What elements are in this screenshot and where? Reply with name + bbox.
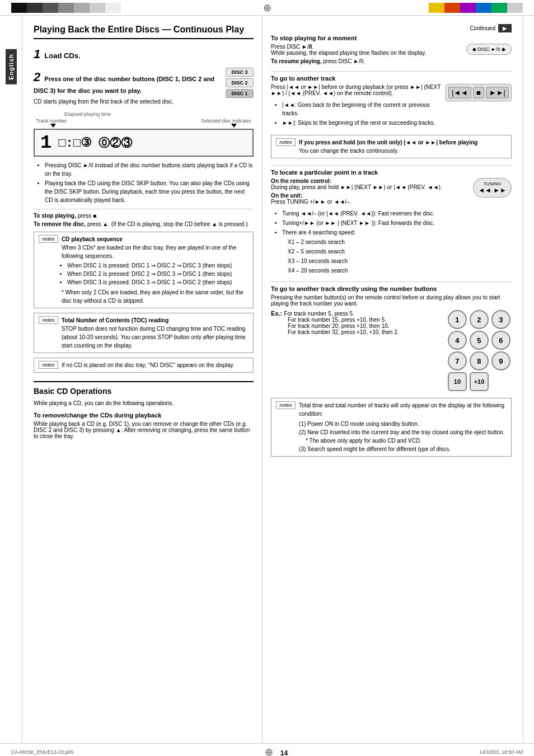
right-column: Continued ▶ To stop playing for a moment… bbox=[263, 16, 523, 743]
notes-playback-item-1: When DISC 1 is pressed: DISC 1 ⇒ DISC 2 … bbox=[67, 261, 249, 270]
num-btn-1: 1 bbox=[448, 310, 467, 329]
stop-playing-text: press ■. bbox=[78, 213, 98, 219]
notes-nocd-text: If no CD is placed on the disc tray, "NO… bbox=[62, 361, 235, 369]
display-time-colon: □:□③ bbox=[58, 137, 92, 151]
ex-indent: For track number 5, press 5. bbox=[284, 311, 354, 317]
bottom-center-text: ⊕ 14 bbox=[265, 746, 288, 756]
notes-bottom-content: Total time and total number of tracks wi… bbox=[299, 401, 507, 453]
color-block-blue bbox=[476, 3, 491, 13]
track-number-content: Ex.: For track number 5, press 5. For tr… bbox=[271, 310, 512, 391]
bottom-right-text: 14/10/03, 10:50 AM bbox=[479, 749, 523, 755]
color-block-yellow bbox=[429, 3, 444, 13]
locate-track-content: On the remote control: During play, pres… bbox=[271, 178, 512, 205]
prev-next-buttons-image: |◄◄ ■ ►►| bbox=[446, 84, 512, 101]
stop-moment-content: Press DISC ►/II. While pausing, the elap… bbox=[271, 44, 512, 64]
stop-moment-title: To stop playing for a moment bbox=[271, 35, 512, 41]
num-btn-plus10: +10 bbox=[470, 372, 489, 391]
another-track-bullet-2: ►►|: Skips to the beginning of the next … bbox=[282, 119, 441, 127]
remove-disc-label: To remove the disc, bbox=[34, 221, 86, 227]
notes-toc: notes Total Number of Contents (TOC) rea… bbox=[34, 313, 254, 353]
color-block-6 bbox=[90, 3, 105, 13]
stop-button: ■ bbox=[473, 87, 484, 98]
display-arrows-row bbox=[34, 124, 254, 128]
locate-bullet-4: X1 – 2 seconds search bbox=[288, 238, 512, 246]
disc-play-button-image: ◆ DISC ►/II ◆ bbox=[466, 44, 512, 55]
locate-bullet-6: X3 – 10 seconds search bbox=[288, 257, 512, 265]
another-track-bullet-1: |◄◄: Goes back to the beginning of the c… bbox=[282, 101, 441, 118]
color-block-5 bbox=[74, 3, 90, 13]
disc-arrow bbox=[231, 124, 237, 128]
locate-track-section: To locate a particular point in a track … bbox=[271, 169, 512, 275]
notes-bottom-intro: Total time and total number of tracks wi… bbox=[299, 401, 507, 418]
resume-text: press DISC ►/II. bbox=[323, 58, 365, 64]
another-track-text: Press |◄◄ or ►►| before or during playba… bbox=[271, 84, 441, 96]
notes-icon-2: notes bbox=[39, 316, 58, 324]
notes-icon-hold: notes bbox=[276, 138, 296, 146]
continued-block: ▶ bbox=[498, 24, 512, 32]
step2-text: Press one of the disc number buttons (DI… bbox=[34, 76, 214, 94]
color-block-7 bbox=[105, 3, 121, 13]
track-arrow bbox=[50, 124, 56, 128]
color-block-4 bbox=[58, 3, 74, 13]
notes-nocd: notes If no CD is placed on the disc tra… bbox=[34, 358, 254, 373]
notes-playback-item-2: When DISC 2 is pressed: DISC 2 ⇒ DISC 3 … bbox=[67, 270, 249, 278]
ex-label: Ex.: bbox=[271, 310, 282, 317]
arrow-down-disc bbox=[231, 124, 237, 128]
remove-disc-text: press ▲. (If the CD is playing, stop the… bbox=[87, 221, 248, 227]
num-btn-2: 2 bbox=[470, 310, 489, 329]
ex-example-2: For track number 15, press +10, then 5. bbox=[288, 317, 443, 323]
step1-line: 1 Load CDs. bbox=[34, 46, 254, 63]
basic-cd-section: Basic CD Operations While playing a CD, … bbox=[34, 381, 254, 439]
remove-change-text: While playing back a CD (e.g. DISC 1), y… bbox=[34, 421, 254, 439]
notes-playback-text: When 3 CDs* are loaded on the disc tray,… bbox=[62, 243, 249, 260]
disc1-button: DISC 1 bbox=[226, 89, 254, 98]
num-btn-5: 5 bbox=[470, 331, 489, 350]
num-btn-8: 8 bbox=[470, 351, 489, 370]
num-btn-3: 3 bbox=[491, 310, 510, 329]
notes-bottom-item-3: (3) Search speed might be different for … bbox=[299, 445, 507, 453]
main-content: Playing Back the Entire Discs — Continuo… bbox=[22, 16, 523, 743]
next-button: ►►| bbox=[486, 87, 509, 98]
notes-bottom-item-2: (2) New CD inserted into the current tra… bbox=[299, 428, 507, 436]
color-block-gray bbox=[507, 3, 523, 13]
elapsed-label: Elapsed playing time bbox=[64, 111, 254, 117]
top-bar-left-blocks bbox=[11, 3, 121, 13]
another-track-text-area: Press |◄◄ or ►►| before or during playba… bbox=[271, 84, 441, 132]
locate-bullet-5: X2 – 5 seconds search bbox=[288, 247, 512, 256]
track-number-intro: Pressing the number button(s) on the rem… bbox=[271, 294, 512, 307]
stop-moment-resume: To resume playing, press DISC ►/II. bbox=[271, 58, 426, 64]
language-tab: English bbox=[6, 49, 17, 84]
notes-toc-content: Total Number of Contents (TOC) reading S… bbox=[62, 316, 249, 350]
display-track-value: 1 bbox=[40, 133, 51, 152]
track-number-title: To go to another track directly using th… bbox=[271, 285, 512, 292]
crosshair-icon: ⊕ bbox=[263, 2, 271, 13]
disc3-button: DISC 3 bbox=[226, 68, 254, 77]
num-btn-10: 10 bbox=[448, 372, 467, 391]
step1-text: Load CDs. bbox=[44, 51, 80, 60]
continued-text: Continued bbox=[470, 25, 495, 31]
notes-playback-footnote: * When only 2 CDs are loaded, they are p… bbox=[62, 288, 249, 305]
another-track-content: Press |◄◄ or ►►| before or during playba… bbox=[271, 84, 512, 132]
notes-icon-3: notes bbox=[39, 361, 58, 369]
bullet-disc-play: Pressing DISC ►/II instead of the disc n… bbox=[45, 161, 254, 178]
resume-label: To resume playing, bbox=[271, 58, 321, 64]
unit-text: Press TUNING +/►► or ◄◄/–. bbox=[271, 199, 469, 205]
num-btn-7: 7 bbox=[448, 351, 467, 370]
separator-2 bbox=[271, 71, 512, 72]
ex-example-3: For track number 20, press +10, then 10. bbox=[288, 323, 443, 329]
stop-moment-section: To stop playing for a moment Press DISC … bbox=[271, 35, 512, 64]
another-track-bullets: |◄◄: Goes back to the beginning of the c… bbox=[271, 101, 441, 127]
notes-playback-list: When DISC 1 is pressed: DISC 1 ⇒ DISC 2 … bbox=[67, 261, 249, 287]
notes-icon-bottom: notes bbox=[276, 401, 296, 409]
unit-label: On the unit: bbox=[271, 192, 469, 199]
track-number-examples: Ex.: For track number 5, press 5. For tr… bbox=[271, 310, 443, 335]
locate-bullet-3: There are 4 searching speed: bbox=[282, 228, 512, 237]
notes-hold: notes If you press and hold (on the unit… bbox=[271, 135, 512, 158]
continued-label: Continued ▶ bbox=[271, 24, 512, 32]
number-buttons-grid: 1 2 3 4 5 6 7 8 9 10 +10 bbox=[448, 310, 512, 391]
display-disc-icons: ⓪②③ bbox=[99, 135, 132, 151]
num-btn-9: 9 bbox=[491, 351, 510, 370]
disc-buttons-image: DISC 3 DISC 2 DISC 1 bbox=[226, 68, 254, 98]
bullet-disc-skip: Playing back the CD using the DISC SKIP … bbox=[45, 179, 254, 204]
another-track-section: To go to another track Press |◄◄ or ►►| … bbox=[271, 75, 512, 158]
